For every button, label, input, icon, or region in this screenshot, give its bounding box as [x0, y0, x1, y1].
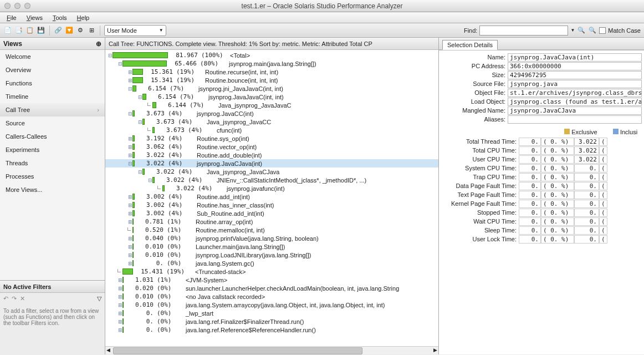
tree-row[interactable]: ⊞3.002(4%)Routine.has_inner_class(int) [105, 201, 438, 209]
tree-row[interactable]: ⊟3.022(4%)jsynprog.JavaCJava(int) [105, 159, 438, 168]
view-mode-dropdown[interactable]: User Mode ▼ [104, 25, 166, 36]
tree-row[interactable]: 3.022(4%)jsynprog.javafunc(int) [105, 184, 438, 192]
expand-closed-icon[interactable]: ⊞ [127, 194, 132, 199]
tree-row[interactable]: ⊞0.(0%)_lwp_start [105, 309, 438, 317]
sidebar-item-overview[interactable]: Overview [0, 63, 105, 77]
open-experiment-icon[interactable]: 📄 [3, 26, 12, 35]
expand-open-icon[interactable]: ⊟ [127, 111, 132, 116]
tree-row[interactable]: 0.520(1%)Routine.memalloc(int, int) [105, 226, 438, 234]
filter-redo-icon[interactable]: ↷ [12, 295, 17, 302]
tree-row[interactable]: ⊟81.967(100%)<Total> [105, 51, 438, 59]
tree-row[interactable]: ⊞0.040(0%)jsynprog.printValue(java.lang.… [105, 234, 438, 242]
settings-gear-icon[interactable]: ⚙ [76, 26, 85, 35]
expand-closed-icon[interactable]: ⊞ [117, 311, 122, 316]
horizontal-scrollbar[interactable]: ◀ ▶ [105, 346, 438, 354]
sidebar-item-source[interactable]: Source [0, 116, 105, 130]
tree-row[interactable]: ⊟3.673(4%)jsynprog.JavaCC(int) [105, 109, 438, 118]
expand-closed-icon[interactable]: ⊞ [127, 153, 132, 158]
tree-row[interactable]: ⊞0.(0%)java.lang.ref.Finalizer$Finalizer… [105, 317, 438, 326]
filter-remove-icon[interactable]: ✕ [20, 295, 25, 302]
expand-closed-icon[interactable]: ⊞ [127, 211, 132, 216]
tree-row[interactable]: ⊞1.031(1%)<JVM-System> [105, 276, 438, 284]
tree-row[interactable]: ⊞15.361(19%)Routine.recurse(int, int, in… [105, 68, 438, 76]
expand-closed-icon[interactable]: ⊞ [117, 319, 122, 324]
tree-row[interactable]: 6.144(7%)Java_jsynprog_JavaJavaC [105, 101, 438, 109]
tree-row[interactable]: ⊞3.062(4%)Routine.vector_op(int) [105, 143, 438, 151]
menu-file[interactable]: File [2, 13, 21, 22]
compare-icon[interactable]: 📑 [14, 26, 23, 35]
sidebar-item-processes[interactable]: Processes [0, 170, 105, 183]
tree-row[interactable]: ⊟6.154(7%)jsynprog.JavaJavaC(int, int) [105, 93, 438, 101]
scroll-thumb[interactable] [113, 347, 362, 354]
expand-closed-icon[interactable]: ⊞ [117, 327, 122, 332]
close-window-dot[interactable] [4, 3, 11, 9]
sidebar-item-callers-callees[interactable]: Callers-Callees [0, 130, 105, 143]
expand-closed-icon[interactable]: ⊞ [127, 261, 132, 266]
tree-row[interactable]: ⊞0.781(1%)Routine.array_op(int) [105, 217, 438, 226]
match-case-checkbox[interactable] [599, 27, 606, 34]
connect-icon[interactable]: 🔗 [54, 26, 63, 35]
expand-closed-icon[interactable]: ⊞ [117, 294, 122, 299]
tree-row[interactable]: ⊞15.341(19%)Routine.bounce(int, int, int… [105, 76, 438, 84]
sidebar-item-more-views-[interactable]: More Views... [0, 183, 105, 196]
expand-closed-icon[interactable]: ⊞ [127, 202, 132, 207]
expand-open-icon[interactable]: ⊟ [137, 119, 142, 124]
tree-row[interactable]: ⊞0.010(0%)jsynprog.LoadJNILibrary(java.l… [105, 251, 438, 259]
expand-open-icon[interactable]: ⊟ [137, 94, 142, 99]
expand-open-icon[interactable]: ⊟ [147, 178, 152, 182]
sidebar-item-timeline[interactable]: Timeline [0, 90, 105, 103]
expand-open-icon[interactable]: ⊟ [117, 61, 122, 66]
sidebar-item-threads[interactable]: Threads [0, 156, 105, 170]
find-prev-icon[interactable]: 🔍 [577, 26, 586, 35]
scroll-right-icon[interactable]: ▶ [433, 347, 437, 353]
filter-icon[interactable]: 🔽 [65, 26, 74, 35]
tree-row[interactable]: ⊞3.192(4%)Routine.sys_op(int) [105, 134, 438, 143]
expand-closed-icon[interactable]: ⊞ [117, 302, 122, 307]
zoom-window-dot[interactable] [24, 3, 30, 9]
menu-tools[interactable]: Tools [48, 13, 71, 22]
tree-row[interactable]: ⊞0.010(0%)Launcher.main(java.lang.String… [105, 242, 438, 251]
expand-closed-icon[interactable]: ⊞ [127, 136, 132, 141]
tree-row[interactable]: ⊟3.022(4%)Java_jsynprog_JavaCJava [105, 168, 438, 176]
expand-closed-icon[interactable]: ⊞ [127, 219, 132, 224]
aggregate-icon[interactable]: 📋 [25, 26, 34, 35]
tree-row[interactable]: ⊟3.673(4%)Java_jsynprog_JavaCC [105, 118, 438, 126]
minimize-window-dot[interactable] [14, 3, 21, 9]
tree-row[interactable]: ⊞0.010(0%)<no Java callstack recorded> [105, 292, 438, 301]
tree-row[interactable]: ⊟65.466(80%)jsynprog.main(java.lang.Stri… [105, 59, 438, 68]
tree-row[interactable]: ⊞0.010(0%)java.lang.System.arraycopy(jav… [105, 301, 438, 309]
tree-row[interactable]: ⊞0.(0%)java.lang.ref.Reference$Reference… [105, 326, 438, 334]
expand-closed-icon[interactable]: ⊞ [127, 78, 132, 83]
menu-views[interactable]: Views [22, 13, 47, 22]
expand-closed-icon[interactable]: ⊞ [117, 277, 122, 282]
sidebar-item-call-tree[interactable]: Call Tree› [0, 103, 105, 116]
expand-closed-icon[interactable]: ⊞ [127, 244, 132, 249]
tree-row[interactable]: 15.431(19%)<Truncated-stack> [105, 267, 438, 276]
menu-help[interactable]: Help [73, 13, 94, 22]
expand-open-icon[interactable]: ⊟ [108, 53, 113, 58]
find-next-icon[interactable]: 🔍 [588, 26, 597, 35]
expand-open-icon[interactable]: ⊟ [127, 161, 132, 166]
expand-closed-icon[interactable]: ⊞ [127, 69, 132, 74]
filter-funnel-icon[interactable]: ▽ [97, 295, 101, 302]
expand-open-icon[interactable]: ⊟ [137, 169, 142, 174]
sidebar-item-functions[interactable]: Functions [0, 77, 105, 90]
tree-row[interactable]: ⊞0.020(0%)sun.launcher.LauncherHelper.ch… [105, 284, 438, 292]
expand-closed-icon[interactable]: ⊞ [127, 236, 132, 241]
sidebar-item-experiments[interactable]: Experiments [0, 143, 105, 156]
export-icon[interactable]: 💾 [37, 26, 45, 35]
find-input[interactable] [479, 26, 568, 36]
filter-undo-icon[interactable]: ↶ [3, 295, 8, 302]
scroll-left-icon[interactable]: ◀ [106, 347, 110, 353]
tree-row[interactable]: ⊞3.022(4%)Routine.add_double(int) [105, 151, 438, 159]
tree-row[interactable]: ⊞3.002(4%)Routine.add_int(int) [105, 192, 438, 201]
tree-row[interactable]: ⊟3.022(4%)JNIEnv_::CallStaticIntMethod(_… [105, 176, 438, 184]
expand-closed-icon[interactable]: ⊞ [117, 286, 122, 291]
find-dropdown-arrow-icon[interactable]: ▼ [570, 28, 575, 33]
tree-row[interactable]: 3.673(4%)cfunc(int) [105, 126, 438, 134]
library-icon[interactable]: ⊞ [87, 26, 96, 35]
expand-closed-icon[interactable]: ⊞ [127, 252, 132, 257]
tree-row[interactable]: ⊞3.002(4%)Sub_Routine.add_int(int) [105, 209, 438, 217]
add-view-icon[interactable]: ⊕ [96, 40, 101, 48]
expand-open-icon[interactable]: ⊟ [127, 86, 132, 91]
